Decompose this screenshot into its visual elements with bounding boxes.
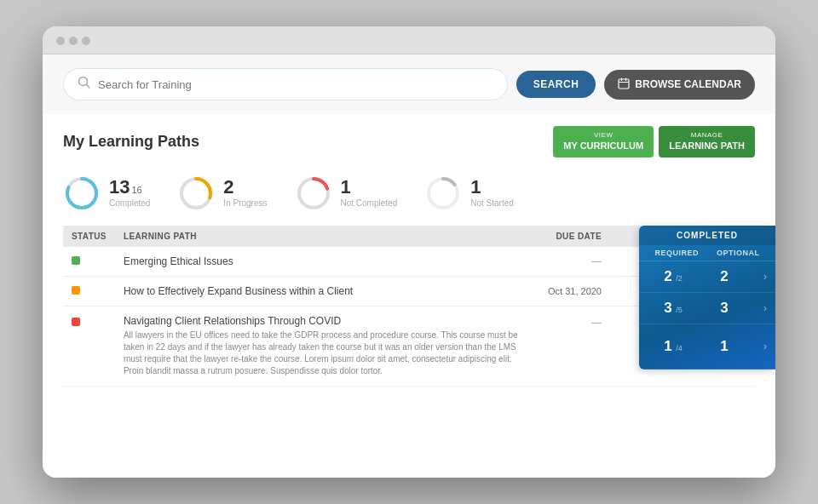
status-dot-red	[72, 318, 80, 326]
status-cell	[63, 247, 115, 277]
due-date-value: —	[591, 317, 602, 329]
browser-dots	[56, 37, 90, 45]
curriculum-pre-label: VIEW	[563, 131, 643, 140]
dot-green	[82, 37, 90, 45]
browse-calendar-button[interactable]: BROWSE CALENDAR	[604, 70, 755, 100]
table-wrapper: STATUS LEARNING PATH DUE DATE	[63, 226, 755, 387]
row-arrow-1[interactable]: ›	[750, 271, 767, 283]
learning-path-name: How to Effectively Expand Business withi…	[124, 285, 353, 297]
status-cell	[63, 306, 115, 386]
completed-row-3[interactable]: 1 /4 1 ›	[639, 324, 775, 369]
search-bar-area: SEARCH BROWSE CALENDAR	[43, 54, 775, 114]
donut-notcompleted	[295, 175, 332, 212]
calendar-icon	[618, 77, 630, 92]
due-date-cell: —	[539, 247, 610, 277]
optional-value-2: 3	[699, 300, 750, 317]
stat-notstarted-numbers: 1 Not Started	[470, 178, 514, 208]
stat-inprogress-value: 2	[223, 178, 267, 197]
donut-inprogress	[177, 175, 215, 212]
status-cell	[63, 276, 115, 306]
stat-completed: 13 16 Completed	[63, 175, 150, 212]
browser-chrome	[43, 26, 775, 54]
stat-completed-label: Completed	[109, 198, 150, 208]
donut-completed	[63, 175, 101, 212]
stat-notcompleted-value: 1	[341, 178, 398, 197]
required-value-3: 1 /4	[648, 338, 699, 355]
stat-notcompleted-label: Not Completed	[341, 198, 398, 208]
status-dot-green	[72, 256, 80, 265]
page-title: My Learning Paths	[63, 133, 199, 151]
stat-notstarted: 1 Not Started	[424, 175, 514, 212]
search-input[interactable]	[98, 78, 493, 91]
main-content: My Learning Paths VIEW MY CURRICULUM MAN…	[43, 114, 775, 478]
col-optional-label: OPTIONAL	[717, 249, 760, 257]
completed-panel-header: COMPLETED	[639, 226, 775, 245]
dot-yellow	[69, 37, 78, 45]
required-value-2: 3 /5	[648, 300, 699, 317]
stat-notstarted-value: 1	[470, 178, 514, 197]
due-date-value: Oct 31, 2020	[548, 286, 602, 296]
required-value-1: 2 /2	[648, 268, 699, 285]
col-learning-path: LEARNING PATH	[115, 226, 539, 247]
learning-path-cell: How to Effectively Expand Business withi…	[115, 276, 539, 306]
section-header: My Learning Paths VIEW MY CURRICULUM MAN…	[63, 114, 755, 168]
learning-path-name: Emerging Ethical Issues	[124, 255, 233, 267]
header-buttons: VIEW MY CURRICULUM MANAGE LEARNING PATH	[553, 126, 755, 158]
optional-value-3: 1	[699, 338, 750, 355]
browser-content: SEARCH BROWSE CALENDAR My Learning Paths	[43, 54, 775, 478]
browse-calendar-label: BROWSE CALENDAR	[635, 78, 741, 90]
stat-completed-numbers: 13 16 Completed	[109, 178, 150, 208]
svg-line-1	[87, 85, 90, 89]
col-required-label: REQUIRED	[654, 249, 699, 257]
stat-completed-value: 13	[109, 178, 130, 197]
col-due-date: DUE DATE	[539, 226, 610, 247]
col-status: STATUS	[63, 226, 115, 247]
stat-notstarted-label: Not Started	[470, 198, 514, 208]
row-arrow-3[interactable]: ›	[750, 341, 767, 352]
optional-value-1: 2	[699, 268, 750, 285]
learning-path-name: Navigating Client Relationships Through …	[124, 315, 341, 327]
dot-red	[56, 37, 65, 45]
due-date-value: —	[591, 255, 602, 267]
search-input-wrapper[interactable]	[63, 68, 508, 100]
learning-path-cell: Navigating Client Relationships Through …	[115, 306, 539, 386]
stat-inprogress-label: In Progress	[223, 198, 267, 208]
donut-notstarted	[424, 175, 462, 212]
stat-notcompleted: 1 Not Completed	[295, 175, 398, 212]
due-date-cell: Oct 31, 2020	[539, 276, 610, 306]
curriculum-label: MY CURRICULUM	[563, 140, 643, 151]
completed-row-1[interactable]: 2 /2 2 ›	[639, 261, 775, 293]
learning-pre-label: MANAGE	[669, 131, 745, 140]
learning-path-cell: Emerging Ethical Issues	[115, 247, 539, 277]
learning-path-description: All lawyers in the EU offices need to ta…	[124, 329, 531, 377]
status-dot-orange	[72, 286, 80, 295]
stat-completed-total: 16	[131, 185, 141, 195]
row-arrow-2[interactable]: ›	[750, 302, 767, 314]
search-button[interactable]: SEARCH	[516, 71, 596, 98]
stat-notcompleted-numbers: 1 Not Completed	[341, 178, 398, 208]
svg-rect-2	[619, 79, 629, 89]
stat-inprogress: 2 In Progress	[177, 175, 267, 212]
completed-panel-columns: REQUIRED OPTIONAL	[639, 245, 775, 261]
browser-window: SEARCH BROWSE CALENDAR My Learning Paths	[43, 26, 775, 478]
stats-row: 13 16 Completed 2	[63, 168, 755, 226]
completed-panel: COMPLETED REQUIRED OPTIONAL 2 /2 2	[639, 226, 775, 369]
my-curriculum-button[interactable]: VIEW MY CURRICULUM	[553, 126, 654, 158]
completed-row-2[interactable]: 3 /5 3 ›	[639, 293, 775, 324]
learning-label: LEARNING PATH	[669, 140, 745, 151]
search-icon	[78, 76, 91, 93]
learning-path-button[interactable]: MANAGE LEARNING PATH	[659, 126, 755, 158]
stat-inprogress-numbers: 2 In Progress	[223, 178, 267, 208]
due-date-cell: —	[539, 306, 610, 386]
